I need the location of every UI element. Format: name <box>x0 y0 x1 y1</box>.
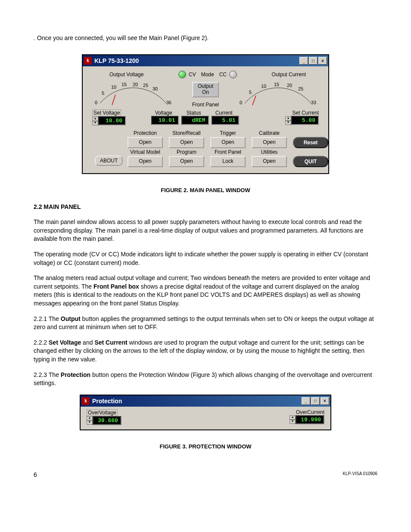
cv-led-icon <box>178 71 186 78</box>
page-number: 6 <box>34 471 37 478</box>
para-1: The main panel window allows access to a… <box>34 218 377 243</box>
store-recall-button[interactable]: Open <box>169 137 204 148</box>
close-button[interactable]: × <box>318 57 327 65</box>
section-22-title: MAIN PANEL <box>44 203 81 210</box>
set-voltage-spinner[interactable]: ▲▼ <box>92 117 97 125</box>
fp-voltage-label: Voltage <box>151 110 176 116</box>
about-button[interactable]: ABOUT <box>95 156 123 166</box>
overcurrent-input[interactable]: 19.990 <box>296 415 324 424</box>
overvoltage-spinner[interactable]: ▲▼ <box>87 416 92 425</box>
virtual-model-label: Virtual Model <box>126 149 165 155</box>
maximize-button[interactable]: □ <box>311 397 320 405</box>
fp-current-readout: 5.01 <box>212 116 239 125</box>
app-icon: k <box>84 57 92 65</box>
set-voltage-input[interactable]: 10.00 <box>98 116 126 125</box>
set-current-spinner[interactable]: ▲▼ <box>285 116 290 125</box>
para-221: 2.2.1 The Output button applies the prog… <box>34 315 377 332</box>
fp-status-readout: dREM <box>181 116 209 125</box>
para-3: The analog meters read actual output vol… <box>34 274 377 308</box>
overcurrent-label: OverCurrent <box>296 409 324 415</box>
title-bar: k KLP 75-33-1200 _ □ × <box>83 55 328 66</box>
store-recall-label: Store/Recall <box>167 130 206 136</box>
utilities-button[interactable]: Open <box>252 156 287 167</box>
app-icon: k <box>82 397 90 405</box>
front-panel-lock-button[interactable]: Lock <box>210 156 246 167</box>
reset-button[interactable]: Reset <box>293 137 328 148</box>
cc-label: CC <box>219 72 227 78</box>
svg-line-1 <box>252 96 256 105</box>
mode-label: Mode <box>201 72 214 78</box>
protection-button[interactable]: Open <box>128 137 163 148</box>
overcurrent-spinner[interactable]: ▲▼ <box>290 415 295 424</box>
minimize-button[interactable]: _ <box>302 397 310 405</box>
protection-label: Protection <box>126 130 165 136</box>
calibrate-button[interactable]: Open <box>252 137 287 148</box>
quit-button[interactable]: QUIT <box>293 156 328 167</box>
window-title: KLP 75-33-1200 <box>94 57 299 64</box>
calibrate-label: Calibrate <box>250 130 289 136</box>
front-panel-label: Front Panel <box>192 102 219 108</box>
current-meter: 0 5 10 15 20 25 33 <box>237 82 319 107</box>
main-panel-window: k KLP 75-33-1200 _ □ × Output Voltage CV… <box>82 54 329 174</box>
minimize-button[interactable]: _ <box>299 57 308 65</box>
virtual-model-button[interactable]: Open <box>128 156 163 167</box>
cv-label: CV <box>189 72 196 78</box>
intro-text: . Once you are connected, you will see t… <box>34 34 377 41</box>
output-toggle-button[interactable]: Output On <box>192 82 219 97</box>
maximize-button[interactable]: □ <box>309 57 318 65</box>
overvoltage-label: OverVoltage <box>87 409 118 416</box>
utilities-label: Utilities <box>250 149 289 155</box>
program-label: Program <box>167 149 206 155</box>
protection-window-title: Protection <box>92 398 301 404</box>
front-panel-col-label: Front Panel <box>209 149 247 155</box>
para-223: 2.2.3 The Protection button opens the Pr… <box>34 371 377 388</box>
para-2: The operating mode (CV or CC) Mode indic… <box>34 250 377 267</box>
trigger-button[interactable]: Open <box>210 137 246 148</box>
footer-doc-id: KLP-VISA 010906 <box>342 471 377 478</box>
overvoltage-input[interactable]: 39.660 <box>93 416 121 425</box>
set-current-label: Set Current <box>293 110 319 116</box>
fp-voltage-readout: 10.01 <box>151 116 179 125</box>
fp-current-label: Current <box>212 110 237 116</box>
set-voltage-label: Set Voltage <box>92 109 121 116</box>
output-voltage-label: Output Voltage <box>109 72 143 78</box>
para-222: 2.2.2 Set Voltage and Set Current window… <box>34 339 377 364</box>
figure2-caption: FIGURE 2. MAIN PANEL WINDOW <box>34 187 377 193</box>
svg-line-0 <box>112 95 115 105</box>
protection-title-bar: k Protection _ □ × <box>81 395 330 407</box>
set-current-input[interactable]: 5.00 <box>291 116 319 125</box>
output-current-label: Output Current <box>272 72 306 78</box>
cc-led-icon <box>229 71 237 78</box>
trigger-label: Trigger <box>209 130 247 136</box>
protection-window: k Protection _ □ × OverVoltage ▲▼ 39.660… <box>80 395 331 430</box>
fp-status-label: Status <box>181 110 206 116</box>
voltage-meter: 0 5 10 15 20 25 30 36 <box>92 82 174 107</box>
program-button[interactable]: Open <box>169 156 204 167</box>
section-22-num: 2.2 <box>34 203 42 210</box>
figure3-caption: FIGURE 3. PROTECTION WINDOW <box>34 443 377 450</box>
close-button[interactable]: × <box>321 397 329 405</box>
